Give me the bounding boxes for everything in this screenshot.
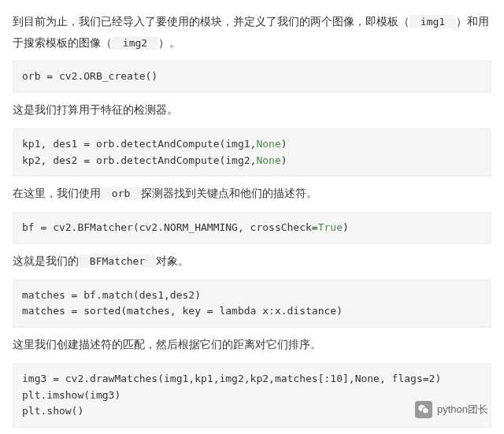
paragraph-3: 在这里，我们使用 orb 探测器找到关键点和他们的描述符。 xyxy=(13,183,491,204)
code-block-3: bf = cv2.BFMatcher(cv2.NORM_HAMMING, cro… xyxy=(13,212,491,244)
keyword-true: True xyxy=(318,221,343,233)
paragraph-2: 这是我们打算用于特征的检测器。 xyxy=(13,99,491,121)
inline-code-img2: img2 xyxy=(112,36,158,50)
text: 对象。 xyxy=(156,254,189,267)
paragraph-5: 这里我们创建描述符的匹配，然后根据它们的距离对它们排序。 xyxy=(13,334,491,355)
wechat-icon xyxy=(415,401,432,418)
paragraph-4: 这就是我们的 BFMatcher 对象。 xyxy=(13,250,491,272)
code: kp1, des1 = orb.detectAndCompute(img1, xyxy=(22,138,256,150)
code: bf = cv2.BFMatcher(cv2.NORM_HAMMING, cro… xyxy=(22,221,318,233)
article-content: 到目前为止，我们已经导入了要使用的模块，并定义了我们的两个图像，即模板（ img… xyxy=(0,0,504,434)
inline-code-orb: orb xyxy=(101,187,141,200)
text: ）。 xyxy=(158,36,180,49)
code: ) xyxy=(281,138,287,150)
code-block-4: matches = bf.match(des1,des2) matches = … xyxy=(13,280,491,328)
inline-code-img1: img1 xyxy=(410,15,456,28)
code-block-1: orb = cv2.ORB_create() xyxy=(13,61,491,93)
keyword-none: None xyxy=(256,138,280,150)
code: ) xyxy=(281,154,287,166)
text: 在这里，我们使用 xyxy=(13,187,101,199)
code: ) xyxy=(343,221,349,233)
code-block-2: kp1, des1 = orb.detectAndCompute(img1,No… xyxy=(13,128,491,177)
text: 探测器找到关键点和他们的描述符。 xyxy=(141,187,317,199)
code: kp2, des2 = orb.detectAndCompute(img2, xyxy=(22,154,256,166)
paragraph-1: 到目前为止，我们已经导入了要使用的模块，并定义了我们的两个图像，即模板（ img… xyxy=(13,11,491,53)
text: 这就是我们的 xyxy=(13,254,79,267)
footer-text: python团长 xyxy=(437,402,488,417)
inline-code-bfmatcher: BFMatcher xyxy=(79,254,156,268)
keyword-none: None xyxy=(256,154,280,166)
text: 到目前为止，我们已经导入了要使用的模块，并定义了我们的两个图像，即模板（ xyxy=(13,15,410,28)
footer-attribution: python团长 xyxy=(415,401,488,418)
